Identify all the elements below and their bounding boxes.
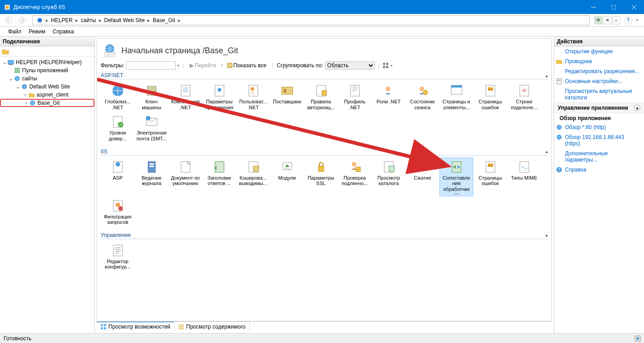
action-browse-http[interactable]: Обзор *:80 (http) [554,122,644,132]
feature-item[interactable]: Поставщики [270,81,304,112]
group-manage: Управление ▴ Редактор конфигур... [97,232,551,277]
tree-app-pools[interactable]: Пулы приложений [0,66,94,74]
feature-item[interactable]: Фильтрация запросов [101,196,135,227]
minimize-button[interactable] [583,0,603,14]
view-icon[interactable] [383,62,389,69]
feature-item[interactable]: Модули [270,158,304,196]
center-inner: Начальная страница /Base_Git Фильтры: ▾ … [97,38,552,321]
home-icon[interactable]: ⌂ [612,16,621,24]
group-header-manage[interactable]: Управление ▴ [101,232,548,239]
action-edit-permissions[interactable]: Редактировать разрешения... [554,66,644,76]
tree-aspnet-client[interactable]: › aspnet_client [0,91,94,99]
menu-file[interactable]: Файл [5,28,25,36]
help-icon[interactable]: ? [624,16,632,24]
feature-item[interactable]: ASP [101,158,135,196]
action-browse-https[interactable]: Обзор 192.168.1.86:443 (https) [554,132,644,148]
feature-item[interactable]: Электронная почта (SMT... [135,112,168,144]
refresh-icon[interactable]: ⟳ [594,16,602,24]
feature-item[interactable]: Параметры SSL [304,158,338,196]
tree-default-site[interactable]: ⌄ Default Web Site [0,83,94,91]
feature-item[interactable]: Компиляция .NET [168,81,202,112]
chevron-up-icon[interactable]: ▴ [546,149,548,154]
feature-label: Сжатие [414,175,431,181]
feature-item[interactable]: Параметры приложения [202,81,236,112]
breadcrumb-item[interactable]: HELPER [49,16,75,25]
action-group-app-manage[interactable]: Управление приложением ▴ [554,102,644,113]
feature-item[interactable]: Документ по умолчанию [168,158,202,196]
tree-sites[interactable]: ⌄ сайты [0,74,94,83]
page-title-row: Начальная страница /Base_Git [97,39,551,60]
stop-icon[interactable]: ✕ [603,16,611,24]
action-help[interactable]: ? Справка [554,165,644,175]
feature-item[interactable]: Просмотр каталога [372,158,406,196]
feature-item[interactable]: Кэширова... выводимы... [236,158,270,196]
filter-input[interactable] [126,61,176,70]
tab-features[interactable]: Просмотр возможностей [97,322,174,331]
action-view-vdirs[interactable]: Просмотреть виртуальные каталоги [554,86,644,102]
feature-item[interactable]: Проверка подлинно... [338,158,372,196]
menu-mode[interactable]: Режим [25,28,49,36]
tree-server-node[interactable]: ⌄ HELPER (HELPER\Helper) [0,58,94,66]
expand-icon[interactable]: › [23,92,28,98]
feature-item[interactable]: abСтроки подключе... [507,81,541,112]
dropdown-icon[interactable]: ▾ [177,64,179,68]
feature-item[interactable]: Типы MIME [507,158,541,196]
feature-item[interactable]: Страницы и элементы... [439,81,473,112]
feature-item[interactable]: Правила авторизац... [304,81,338,112]
feature-item[interactable]: Сжатие [406,158,439,196]
show-all-button[interactable]: Показать все [225,61,269,70]
go-button[interactable]: ▶ Перейти [187,61,219,70]
close-button[interactable] [624,0,644,14]
collapse-icon[interactable]: ⌄ [15,83,21,90]
dropdown-icon[interactable]: ▾ [633,16,641,24]
feature-item[interactable]: 404Страницы ошибок [473,158,507,196]
collapse-icon[interactable]: ⌄ [2,59,7,65]
tab-content[interactable]: Просмотр содержимого [174,322,249,331]
feature-label: Поставщики [273,99,301,105]
feature-label: Глобализ... .NET [102,99,133,110]
feature-item[interactable]: Профиль .NET [338,81,372,112]
feature-item[interactable]: Редактор конфигур... [101,241,135,272]
back-button[interactable] [3,15,14,25]
feature-item[interactable]: Роли .NET [372,81,406,112]
chevron-up-icon[interactable]: ▴ [546,73,548,78]
chevron-up-icon[interactable]: ▴ [546,232,548,237]
feature-label: Роли .NET [377,99,401,105]
tree-label: Пулы приложений [22,67,68,74]
feature-icon: ab [517,83,532,98]
action-advanced-settings[interactable]: Дополнительные параметры... [554,148,644,165]
feature-item[interactable]: Пользоват... .NET [236,81,270,112]
group-header-iis[interactable]: IIS ▴ [101,148,548,156]
action-basic-settings[interactable]: Основные настройки... [554,76,644,86]
feature-item[interactable]: Состояние сеанса [406,81,439,112]
folder-icon[interactable] [2,48,9,55]
breadcrumb-home-icon[interactable] [35,16,45,25]
breadcrumb[interactable]: ▸ HELPER▸ сайты▸ Default Web Site▸ Base_… [33,15,590,25]
chevron-up-icon[interactable]: ▴ [634,105,640,111]
feature-item[interactable]: Сопоставле ния обработчик ов [439,158,473,196]
menu-help[interactable]: Справка [49,28,78,36]
feature-icon [517,160,532,174]
expand-icon[interactable]: › [23,100,29,106]
feature-item[interactable]: Ведение журнала [135,158,168,196]
action-open-feature[interactable]: Открытие функции [554,46,644,56]
breadcrumb-item[interactable]: Base_Git [151,16,177,25]
feature-icon [145,115,159,129]
group-header-aspnet[interactable]: ASP.NET ▴ [101,72,548,79]
feature-item[interactable]: Глобализ... .NET [101,81,135,112]
breadcrumb-item[interactable]: сайты [79,16,98,25]
feature-item[interactable]: 404Страницы ошибок [473,81,507,112]
breadcrumb-item[interactable]: Default Web Site [103,16,147,25]
action-explorer[interactable]: Проводник [554,56,644,66]
feature-icon [111,115,125,129]
svg-point-92 [636,337,639,340]
feature-item[interactable]: Ключ машины [135,81,168,112]
group-by-select[interactable]: Область [325,61,375,70]
feature-item[interactable]: Заголовки ответов ... [202,158,236,196]
feature-item[interactable]: Уровни довер... [101,112,135,144]
config-icon[interactable] [634,335,644,342]
forward-button[interactable] [16,15,28,25]
maximize-button[interactable] [603,0,624,14]
collapse-icon[interactable]: ⌄ [8,75,14,82]
tree-base-git[interactable]: › Base_Git [0,99,94,107]
